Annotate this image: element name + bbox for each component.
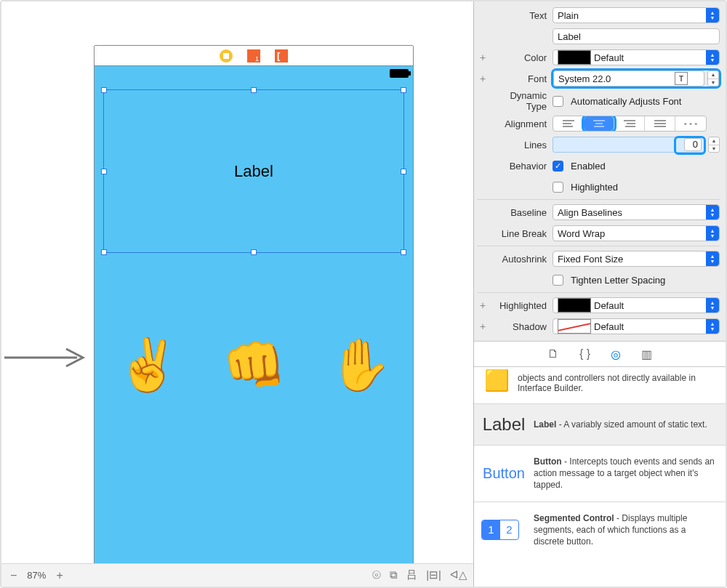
resize-handle[interactable] <box>101 87 107 93</box>
segmented-preview-icon: 12 <box>481 520 526 540</box>
enabled-checkbox[interactable] <box>553 161 563 172</box>
device-view[interactable]: Label ✌️ 👊 ✋ <box>95 66 413 568</box>
canvas-bottom-bar: − 87% + ⦾ ⧉ 吕 |⊟| ᐊ△ <box>1 563 473 587</box>
emoji-peace[interactable]: ✌️ <box>116 335 180 395</box>
scene-toolbar <box>95 46 413 66</box>
row-behavior: Behavior Enabled <box>477 156 720 175</box>
highlighted-swatch-icon <box>558 298 591 313</box>
app-root: Label ✌️ 👊 ✋ − 87% + ⦾ ⧉ 吕 |⊟| ᐊ△ <box>0 0 727 588</box>
font-picker-icon[interactable]: T <box>675 72 688 85</box>
resize-handle[interactable] <box>251 249 257 255</box>
row-linebreak: Line Break Word Wrap <box>477 224 720 243</box>
color-swatch-icon <box>558 50 591 65</box>
lines-field[interactable]: 0 <box>553 137 705 153</box>
resize-handle[interactable] <box>101 249 107 255</box>
pointer-arrow-icon <box>4 347 88 368</box>
zoom-level[interactable]: 87% <box>27 570 46 581</box>
color-select[interactable]: Default <box>553 49 720 65</box>
library-item-button[interactable]: Button Button - Intercepts touch events … <box>474 445 726 502</box>
add-font-button[interactable]: + <box>477 73 489 84</box>
tab-file-icon[interactable]: 🗋 <box>547 347 559 361</box>
align-center-button[interactable] <box>584 116 614 131</box>
inspector-panel: Text Plain Label + Color <box>473 1 726 587</box>
resolve-tool-icon[interactable]: ᐊ△ <box>450 568 467 582</box>
baseline-select[interactable]: Align Baselines <box>553 204 720 220</box>
align-tool-icon[interactable]: 吕 <box>406 568 417 582</box>
embed-icon[interactable]: ⧉ <box>390 568 398 582</box>
label-text: Label <box>104 162 403 181</box>
autoshrink-select[interactable]: Fixed Font Size <box>553 251 720 267</box>
row-font: + Font System 22.0 T ▲▼ <box>477 69 720 88</box>
dynamic-type-checkbox[interactable] <box>553 96 563 107</box>
label-item-desc: Label - A variably sized amount of stati… <box>534 419 707 430</box>
zoom-in-button[interactable]: + <box>53 569 65 582</box>
label-text-prop: Text <box>489 10 553 21</box>
button-preview-icon: Button <box>481 465 526 482</box>
tab-media-icon[interactable]: ▥ <box>641 347 652 361</box>
row-baseline: Baseline Align Baselines <box>477 203 720 222</box>
tab-objects-icon[interactable]: ◎ <box>611 347 621 361</box>
row-dynamic-type: Dynamic Type Automatically Adjusts Font <box>477 90 720 112</box>
font-stepper[interactable]: ▲▼ <box>707 71 719 86</box>
button-item-desc: Button - Intercepts touch events and sen… <box>534 456 718 491</box>
row-highlighted-color: + Highlighted Default <box>477 296 720 315</box>
emoji-hand[interactable]: ✋ <box>329 335 392 395</box>
row-autoshrink: Autoshrink Fixed Font Size <box>477 249 720 268</box>
device-frame[interactable]: Label ✌️ 👊 ✋ <box>94 45 414 568</box>
row-lines: Lines 0 ▲▼ <box>477 135 720 154</box>
add-shadow-button[interactable]: + <box>477 321 489 332</box>
zoom-out-button[interactable]: − <box>7 569 20 582</box>
align-right-button[interactable] <box>614 116 645 131</box>
row-color: + Color Default <box>477 48 720 67</box>
library-item-label[interactable]: Label Label - A variably sized amount of… <box>474 403 726 445</box>
library-continuation: 🟨 objects and controllers not directly a… <box>474 367 726 403</box>
tighten-checkbox[interactable] <box>553 275 563 286</box>
label-preview-icon: Label <box>481 414 526 435</box>
emoji-fist[interactable]: 👊 <box>222 335 286 395</box>
library-tabs: 🗋 { } ◎ ▥ <box>474 341 726 367</box>
selected-label-element[interactable]: Label <box>103 89 404 253</box>
shadow-swatch-icon <box>558 319 591 334</box>
focus-icon[interactable]: ⦾ <box>372 568 381 582</box>
pin-tool-icon[interactable]: |⊟| <box>426 568 441 582</box>
scene-box-icon[interactable] <box>247 49 260 63</box>
text-value-input[interactable]: Label <box>553 28 720 44</box>
row-behavior-2: Highlighted <box>477 177 720 196</box>
resize-handle[interactable] <box>401 87 406 93</box>
segmented-item-desc: Segmented Control - Displays multiple se… <box>534 512 718 548</box>
battery-icon <box>390 69 409 78</box>
object-library[interactable]: 🟨 objects and controllers not directly a… <box>474 367 726 587</box>
highlighted-checkbox[interactable] <box>553 182 563 193</box>
emoji-row: ✌️ 👊 ✋ <box>95 335 413 395</box>
text-mode-select[interactable]: Plain <box>553 7 720 23</box>
lines-stepper[interactable]: ▲▼ <box>708 137 720 153</box>
align-natural-button[interactable]: - - - <box>675 116 706 131</box>
add-highlighted-button[interactable]: + <box>477 299 489 311</box>
row-alignment: Alignment <box>477 114 720 133</box>
library-item-segmented[interactable]: 12 Segmented Control - Displays multiple… <box>474 502 726 558</box>
scene-exit-icon[interactable] <box>275 49 288 63</box>
row-shadow: + Shadow Default <box>477 317 720 336</box>
add-color-button[interactable]: + <box>477 52 489 63</box>
row-text: Text Plain <box>477 6 720 25</box>
shadow-select[interactable]: Default <box>553 318 720 334</box>
canvas-panel[interactable]: Label ✌️ 👊 ✋ − 87% + ⦾ ⧉ 吕 |⊟| ᐊ△ <box>1 1 473 587</box>
highlighted-select[interactable]: Default <box>553 297 720 313</box>
linebreak-select[interactable]: Word Wrap <box>553 225 720 241</box>
row-tighten: Tighten Letter Spacing <box>477 270 720 289</box>
resize-handle[interactable] <box>401 249 406 255</box>
cube-icon: 🟨 <box>484 368 510 392</box>
layout-tool-icons: ⦾ ⧉ 吕 |⊟| ᐊ△ <box>372 568 467 582</box>
resize-handle[interactable] <box>251 87 257 93</box>
scene-entry-icon[interactable] <box>220 49 233 63</box>
tab-code-icon[interactable]: { } <box>579 347 590 361</box>
row-text-value: Label <box>477 27 720 46</box>
font-field[interactable]: System 22.0 T <box>553 71 704 86</box>
dynamic-type-option: Automatically Adjusts Font <box>571 96 681 107</box>
alignment-segmented[interactable]: - - - <box>553 116 707 132</box>
align-justify-button[interactable] <box>645 116 675 131</box>
align-left-button[interactable] <box>553 116 584 131</box>
